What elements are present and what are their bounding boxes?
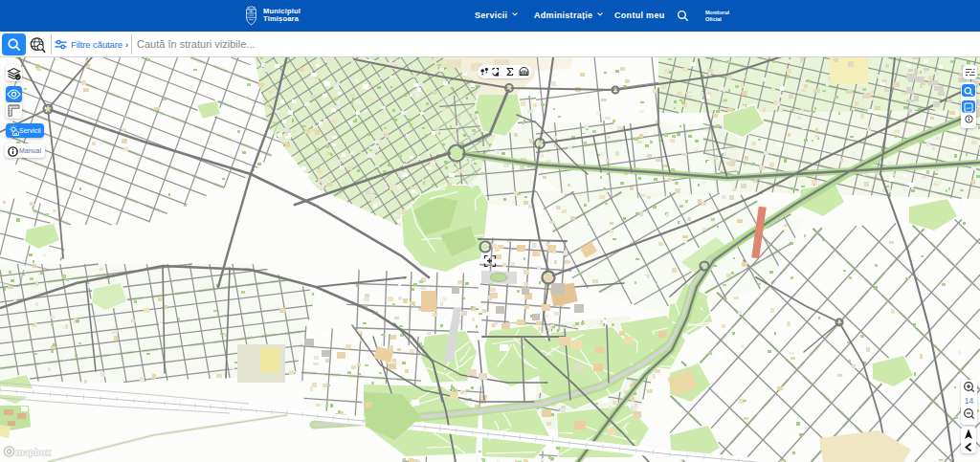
svg-text:mapbox: mapbox bbox=[16, 448, 52, 457]
svg-text:14: 14 bbox=[965, 396, 974, 406]
